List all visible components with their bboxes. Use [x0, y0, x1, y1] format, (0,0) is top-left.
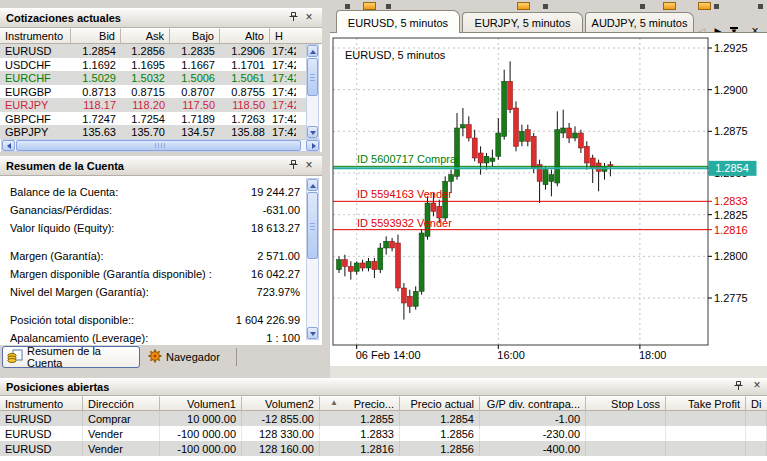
price-chart[interactable]: ID 5600717 ComprarID 5594163 VenderID 55… [330, 33, 767, 378]
quote-row-EURGBP[interactable]: EURGBP0.87130.87150.87070.875517:42 [0, 85, 306, 99]
column-header-di[interactable]: Di [746, 396, 767, 410]
account-row-value: 723.97% [257, 286, 300, 298]
candle-up [413, 291, 418, 306]
chart-title: EURUSD, 5 minutos [345, 49, 446, 61]
position-cell: Vender [83, 426, 160, 441]
quote-cell: 1.5061 [220, 71, 270, 85]
column-header-direcci-n[interactable]: Dirección [83, 396, 160, 410]
toolbar-icon[interactable] [517, 2, 530, 10]
quote-row-EURCHF[interactable]: EURCHF1.50291.50321.50061.506117:42 [0, 71, 306, 85]
y-tick-label: 1.2925 [714, 42, 748, 54]
scroll-right-button[interactable] [306, 140, 319, 151]
account-row: Margen (Garantía):2 571.00 [0, 250, 306, 264]
scroll-thumb[interactable] [16, 140, 301, 151]
quote-cell: 1.2856 [121, 44, 170, 58]
close-icon[interactable]: × [750, 379, 764, 393]
column-header-precio-[interactable]: Precio...▲ [320, 396, 400, 410]
candle-down [508, 81, 513, 109]
candle-up [378, 248, 383, 270]
column-header-instrumento[interactable]: Instrumento [0, 28, 71, 43]
tab-navegador[interactable]: Navegador [144, 346, 234, 368]
column-header-precio-actual[interactable]: Precio actual [400, 396, 480, 410]
scroll-thumb[interactable] [307, 58, 318, 96]
y-tick-label: 1.2875 [714, 125, 748, 137]
quote-row-GBPCHF[interactable]: GBPCHF1.72471.72541.71891.726317:42 [0, 112, 306, 126]
quote-cell: 134.57 [170, 125, 220, 139]
quote-cell: 117.50 [170, 98, 220, 112]
pin-icon[interactable] [286, 11, 300, 25]
column-header-bid[interactable]: Bid [71, 28, 121, 43]
position-cell: Vender [83, 441, 160, 456]
candle-up [337, 260, 342, 270]
y-tick-label: 1.2900 [714, 84, 748, 96]
arrow-down-icon [310, 131, 316, 135]
toolbar-icon[interactable] [698, 2, 711, 10]
tab-resumen-de-la-cuenta[interactable]: Resumen de la Cuenta [2, 346, 140, 368]
position-cell: EURUSD [0, 441, 83, 456]
column-header-volumen1[interactable]: Volumen1 [160, 396, 242, 410]
scroll-up-button[interactable] [307, 179, 318, 191]
account-row-label: Valor líquido (Equity): [10, 222, 114, 234]
quote-row-EURJPY[interactable]: EURJPY118.17118.20117.50118.5017:42 [0, 98, 306, 112]
chart-tab-audjpy[interactable]: AUDJPY, 5 minutos [585, 12, 694, 33]
gear-icon [148, 349, 162, 365]
column-header-alto[interactable]: Alto [220, 28, 270, 43]
account-row-label: Posición total disponible:: [10, 314, 134, 326]
x-tick-label: 06 Feb 14:00 [356, 349, 421, 361]
column-header-g-p-div-contrapa-[interactable]: G/P div. contrapa... [480, 396, 586, 410]
candle-up [419, 233, 424, 291]
quotes-hscrollbar[interactable] [1, 139, 320, 152]
tab-label: Navegador [166, 351, 220, 363]
quotes-vscrollbar[interactable] [306, 44, 319, 139]
column-header-stop-loss[interactable]: Stop Loss [586, 396, 666, 410]
position-row[interactable]: EURUSDVender-100 000.00128 330.001.28331… [0, 426, 767, 441]
scroll-up-button[interactable] [307, 45, 318, 57]
quote-cell: 17:42 [270, 85, 296, 99]
y-tick-label: 1.2800 [714, 250, 748, 262]
position-cell [586, 426, 666, 441]
candle-down [342, 260, 347, 267]
scroll-down-button[interactable] [307, 327, 318, 339]
column-header-volumen2[interactable]: Volumen2 [242, 396, 320, 410]
position-row[interactable]: EURUSDComprar10 000.00-12 855.001.28551.… [0, 411, 767, 426]
quote-cell: 135.88 [220, 125, 270, 139]
quote-row-EURUSD[interactable]: EURUSD1.28541.28561.28351.290617:42 [0, 44, 306, 58]
pin-icon[interactable] [286, 159, 300, 173]
quotes-table-rows: EURUSD1.28541.28561.28351.290617:42USDCH… [0, 44, 306, 139]
scroll-thumb[interactable] [307, 192, 318, 259]
column-header-ask[interactable]: Ask [121, 28, 170, 43]
column-header-instrumento[interactable]: Instrumento [0, 396, 83, 410]
candle-down [360, 263, 365, 268]
pin-icon[interactable] [731, 380, 745, 394]
candle-down [390, 241, 395, 248]
candle-down [472, 138, 477, 158]
current-price-badge-label: 1.2854 [715, 162, 749, 174]
quote-cell: GBPCHF [0, 112, 71, 126]
candle-down [431, 203, 436, 211]
account-row-label: Balance de la Cuenta: [10, 186, 118, 198]
column-header-bajo[interactable]: Bajo [170, 28, 220, 43]
quote-cell: 17:42 [270, 125, 296, 139]
candle-down [525, 130, 530, 142]
column-header-take-profit[interactable]: Take Profit [666, 396, 746, 410]
scroll-left-button[interactable] [2, 140, 15, 151]
quote-row-GBPJPY[interactable]: GBPJPY135.63135.70134.57135.8817:42 [0, 125, 306, 139]
position-row[interactable]: EURUSDVender-100 000.00128 160.001.28161… [0, 441, 767, 456]
column-header-h[interactable]: H [270, 28, 322, 43]
close-icon[interactable]: × [302, 159, 316, 173]
scroll-down-button[interactable] [307, 126, 318, 138]
candle-down [531, 136, 536, 168]
chart-tab-eurusd[interactable]: EURUSD, 5 minutos [336, 10, 460, 33]
close-icon[interactable]: × [302, 11, 316, 25]
y-tick-label: 1.2825 [714, 209, 748, 221]
quote-cell: 0.8713 [71, 85, 121, 99]
candle-down [401, 288, 406, 303]
toolbar-icon[interactable] [663, 2, 676, 10]
arrow-down-icon [310, 332, 316, 336]
toolbar-icon[interactable] [363, 2, 376, 10]
chart-tab-eurjpy[interactable]: EURJPY, 5 minutos [462, 12, 583, 33]
account-row: Apalancamiento (Leverage):1 : 100 [0, 332, 306, 345]
account-vscrollbar[interactable] [306, 178, 319, 340]
account-row-value: 2 571.00 [257, 250, 300, 262]
quote-row-USDCHF[interactable]: USDCHF1.16921.16951.16671.170117:42 [0, 58, 306, 72]
